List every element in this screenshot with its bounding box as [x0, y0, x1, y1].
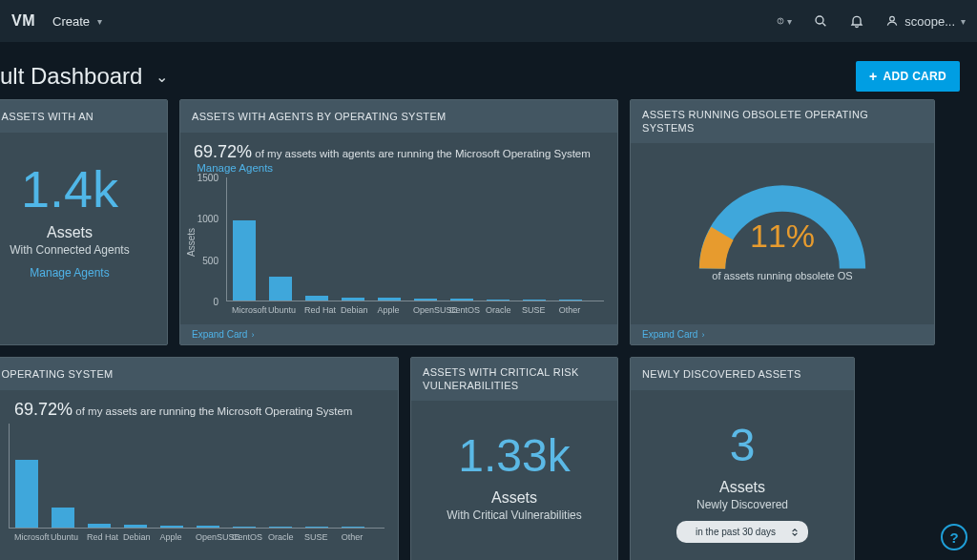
bar-ubuntu[interactable] [52, 508, 74, 528]
stat-sub: Newly Discovered [644, 498, 841, 511]
bar-suse[interactable] [523, 300, 546, 301]
bar-oracle[interactable] [269, 527, 292, 528]
gauge-value: 11% [682, 218, 883, 255]
bar-apple[interactable] [378, 298, 401, 301]
card-obsolete-os: ASSETS RUNNING OBSOLETE OPERATING SYSTEM… [630, 99, 935, 345]
xtick-label: OpenSUSE [196, 532, 218, 542]
xtick-label: CentOS [232, 532, 255, 542]
ytick-label: 1500 [197, 173, 218, 183]
bar-microsoft[interactable] [15, 460, 38, 528]
expand-card-link[interactable]: Expand Card› [642, 329, 704, 340]
ytick-label: 1000 [197, 214, 218, 224]
range-selector[interactable]: in the past 30 days [644, 521, 841, 543]
summary-text: of my assets with agents are running the… [255, 148, 591, 159]
bar-debian[interactable] [124, 525, 147, 528]
xtick-label: Other [341, 532, 364, 542]
card-body: 11% of assets running obsolete OS [631, 143, 934, 345]
stat-value: 1.33k [425, 429, 604, 482]
plot-area [226, 177, 604, 301]
add-card-button[interactable]: + ADD CARD [856, 61, 960, 92]
bar-chart: MicrosoftUbuntuRed HatDebianAppleOpenSUS… [9, 424, 385, 542]
bar-red hat[interactable] [305, 296, 328, 301]
bar-centos[interactable] [233, 527, 256, 528]
x-ticks: MicrosoftUbuntuRed HatDebianAppleOpenSUS… [9, 529, 385, 542]
xtick-label: Oracle [268, 532, 291, 542]
app-logo: VM [11, 12, 35, 30]
svg-point-4 [890, 16, 895, 21]
card-body: 1.33k Assets With Critical Vulnerabiliti… [411, 401, 617, 560]
xtick-label: Other [558, 305, 581, 315]
dashboard-title[interactable]: ult Dashboard ⌄ [0, 63, 168, 90]
add-card-label: ADD CARD [883, 70, 946, 83]
card-agents-by-os: ASSETS WITH AGENTS BY OPERATING SYSTEM 6… [179, 99, 618, 345]
user-menu[interactable]: scoope... ▾ [885, 14, 966, 29]
card-critical-vulns: ASSETS WITH CRITICAL RISK VULNERABILITIE… [410, 357, 618, 560]
help-icon[interactable]: ▾ [777, 13, 792, 29]
expand-card-link[interactable]: Expand Card› [192, 329, 254, 340]
user-label: scoope... [904, 14, 955, 29]
card-footer: Expand Card› [180, 324, 617, 344]
bar-opensuse[interactable] [414, 299, 437, 301]
xtick-label: Ubuntu [268, 305, 291, 315]
stat-sub: With Critical Vulnerabilities [425, 508, 604, 522]
search-icon[interactable] [813, 13, 828, 29]
bar-red hat[interactable] [88, 524, 111, 528]
chevron-down-icon: ▾ [787, 16, 792, 27]
card-body: 69.72% of my assets are running the Micr… [0, 390, 398, 560]
create-button[interactable]: Create ▾ [52, 14, 102, 29]
xtick-label: Debian [341, 305, 364, 315]
bar-opensuse[interactable] [197, 526, 219, 528]
assets-count: 1.4k [0, 159, 154, 218]
create-label: Create [52, 14, 90, 29]
chevron-down-icon: ⌄ [156, 68, 168, 86]
xtick-label: Red Hat [304, 305, 327, 315]
chevron-down-icon: ▾ [97, 16, 102, 27]
pct-value: 69.72 [14, 400, 57, 419]
summary-text: of my assets are running the Microsoft O… [75, 405, 352, 417]
topbar-right: ▾ scoope... ▾ [777, 13, 966, 29]
pct-unit: % [237, 142, 252, 161]
cards-container: OF ASSETS WITH AN 1.4k Assets With Conne… [0, 99, 967, 560]
page-header: ult Dashboard ⌄ + ADD CARD [0, 42, 977, 105]
topbar: VM Create ▾ ▾ scoope... ▾ [0, 0, 977, 42]
xtick-label: Microsoft [232, 305, 255, 315]
bar-centos[interactable] [450, 299, 473, 301]
pct-unit: % [57, 400, 73, 419]
y-ticks: 050010001500 [194, 177, 222, 301]
topbar-left: VM Create ▾ [11, 12, 102, 30]
xtick-label: SUSE [522, 305, 545, 315]
manage-agents-link[interactable]: Manage Agents [0, 266, 154, 280]
bar-other[interactable] [342, 527, 364, 528]
bar-ubuntu[interactable] [269, 277, 292, 301]
xtick-label: Oracle [486, 305, 509, 315]
x-ticks: MicrosoftUbuntuRed HatDebianAppleOpenSUS… [226, 301, 604, 315]
card-title: OF ASSETS WITH AN [0, 100, 167, 133]
card-title: BY OPERATING SYSTEM [0, 358, 398, 390]
card-body: 69.72% of my assets with agents are runn… [180, 133, 617, 344]
svg-line-3 [823, 23, 826, 26]
xtick-label: CentOS [449, 305, 472, 315]
bar-other[interactable] [559, 300, 582, 301]
plus-icon: + [869, 69, 877, 84]
ytick-label: 500 [202, 255, 218, 265]
xtick-label: Debian [123, 532, 146, 542]
card-by-os: BY OPERATING SYSTEM 69.72% of my assets … [0, 357, 399, 560]
stat-label: Assets [425, 489, 604, 507]
bar-oracle[interactable] [487, 300, 509, 301]
plot-area [9, 424, 385, 529]
xtick-label: Apple [159, 532, 182, 542]
help-fab[interactable]: ? [941, 524, 967, 550]
bar-debian[interactable] [342, 298, 364, 301]
xtick-label: OpenSUSE [413, 305, 436, 315]
bar-microsoft[interactable] [233, 220, 256, 301]
updown-icon [791, 529, 799, 536]
bar-apple[interactable] [160, 526, 183, 528]
card-assets-connected: OF ASSETS WITH AN 1.4k Assets With Conne… [0, 99, 168, 345]
bell-icon[interactable] [849, 13, 864, 29]
card-body: 3 Assets Newly Discovered in the past 30… [631, 390, 854, 560]
bar-suse[interactable] [305, 527, 328, 528]
assets-label: Assets [0, 224, 154, 241]
svg-point-2 [816, 16, 823, 24]
card-title: ASSETS RUNNING OBSOLETE OPERATING SYSTEM… [631, 100, 934, 143]
user-icon [885, 14, 899, 28]
